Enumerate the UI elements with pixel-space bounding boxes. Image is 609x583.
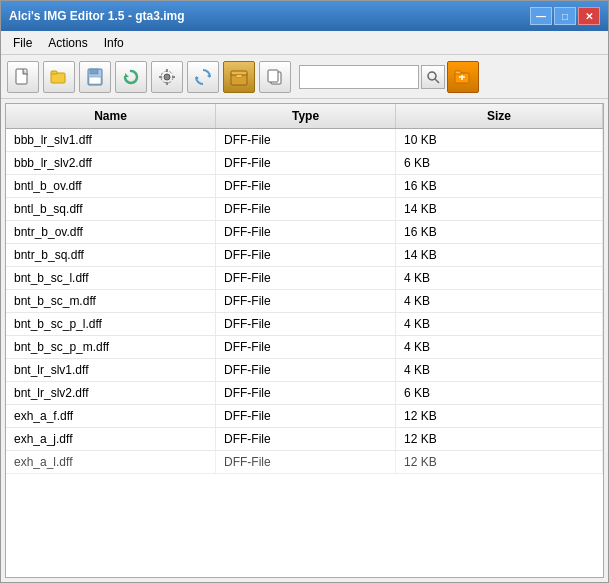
cell-name: exh_a_l.dff bbox=[6, 451, 216, 473]
search-input[interactable] bbox=[299, 65, 419, 89]
header-size: Size bbox=[396, 104, 603, 128]
table-row[interactable]: bnt_b_sc_m.dffDFF-File4 KB bbox=[6, 290, 603, 313]
svg-rect-16 bbox=[231, 71, 247, 75]
cell-type: DFF-File bbox=[216, 451, 396, 473]
table-header: Name Type Size bbox=[6, 104, 603, 129]
svg-rect-12 bbox=[172, 76, 175, 78]
cell-type: DFF-File bbox=[216, 198, 396, 220]
cell-type: DFF-File bbox=[216, 290, 396, 312]
table-row[interactable]: bntl_b_sq.dffDFF-File14 KB bbox=[6, 198, 603, 221]
search-button[interactable] bbox=[421, 65, 445, 89]
new-button[interactable] bbox=[7, 61, 39, 93]
cell-name: exh_a_f.dff bbox=[6, 405, 216, 427]
cell-type: DFF-File bbox=[216, 359, 396, 381]
svg-rect-5 bbox=[89, 77, 101, 84]
cell-type: DFF-File bbox=[216, 428, 396, 450]
svg-point-7 bbox=[164, 74, 170, 80]
cell-size: 6 KB bbox=[396, 382, 603, 404]
cell-name: bbb_lr_slv2.dff bbox=[6, 152, 216, 174]
svg-rect-0 bbox=[16, 69, 27, 84]
table-row[interactable]: bntr_b_ov.dffDFF-File16 KB bbox=[6, 221, 603, 244]
cell-name: bnt_b_sc_p_m.dff bbox=[6, 336, 216, 358]
copy-button[interactable] bbox=[259, 61, 291, 93]
close-button[interactable]: ✕ bbox=[578, 7, 600, 25]
table-row[interactable]: bnt_b_sc_p_m.dffDFF-File4 KB bbox=[6, 336, 603, 359]
cell-name: bnt_lr_slv1.dff bbox=[6, 359, 216, 381]
menu-item-info[interactable]: Info bbox=[96, 33, 132, 53]
cell-name: exh_a_j.dff bbox=[6, 428, 216, 450]
cell-name: bnt_b_sc_m.dff bbox=[6, 290, 216, 312]
title-bar: Alci's IMG Editor 1.5 - gta3.img — □ ✕ bbox=[1, 1, 608, 31]
header-name: Name bbox=[6, 104, 216, 128]
cell-type: DFF-File bbox=[216, 405, 396, 427]
table-row[interactable]: bbb_lr_slv2.dffDFF-File6 KB bbox=[6, 152, 603, 175]
maximize-button[interactable]: □ bbox=[554, 7, 576, 25]
cell-size: 16 KB bbox=[396, 175, 603, 197]
cell-type: DFF-File bbox=[216, 382, 396, 404]
cell-size: 4 KB bbox=[396, 267, 603, 289]
svg-rect-17 bbox=[236, 75, 242, 77]
archive-button[interactable] bbox=[223, 61, 255, 93]
svg-marker-13 bbox=[207, 74, 210, 78]
cell-type: DFF-File bbox=[216, 313, 396, 335]
table-row[interactable]: bntl_b_ov.dffDFF-File16 KB bbox=[6, 175, 603, 198]
cell-size: 14 KB bbox=[396, 198, 603, 220]
menu-item-file[interactable]: File bbox=[5, 33, 40, 53]
import-button[interactable] bbox=[151, 61, 183, 93]
svg-rect-10 bbox=[166, 82, 168, 85]
cell-type: DFF-File bbox=[216, 175, 396, 197]
minimize-button[interactable]: — bbox=[530, 7, 552, 25]
cell-size: 4 KB bbox=[396, 336, 603, 358]
table-row[interactable]: bnt_lr_slv2.dffDFF-File6 KB bbox=[6, 382, 603, 405]
table-body[interactable]: bbb_lr_slv1.dffDFF-File10 KBbbb_lr_slv2.… bbox=[6, 129, 603, 577]
cell-size: 10 KB bbox=[396, 129, 603, 151]
menu-item-actions[interactable]: Actions bbox=[40, 33, 95, 53]
cell-size: 12 KB bbox=[396, 451, 603, 473]
svg-rect-11 bbox=[159, 76, 162, 78]
cell-name: bntr_b_sq.dff bbox=[6, 244, 216, 266]
cell-size: 4 KB bbox=[396, 359, 603, 381]
table-row[interactable]: bntr_b_sq.dffDFF-File14 KB bbox=[6, 244, 603, 267]
cell-size: 14 KB bbox=[396, 244, 603, 266]
table-row[interactable]: bnt_lr_slv1.dffDFF-File4 KB bbox=[6, 359, 603, 382]
svg-rect-9 bbox=[166, 69, 168, 72]
cell-type: DFF-File bbox=[216, 267, 396, 289]
table-row[interactable]: exh_a_f.dffDFF-File12 KB bbox=[6, 405, 603, 428]
cell-type: DFF-File bbox=[216, 129, 396, 151]
svg-rect-2 bbox=[51, 71, 57, 74]
refresh-button[interactable] bbox=[115, 61, 147, 93]
cell-type: DFF-File bbox=[216, 152, 396, 174]
rebuild-button[interactable] bbox=[187, 61, 219, 93]
window-title: Alci's IMG Editor 1.5 - gta3.img bbox=[9, 9, 185, 23]
cell-name: bntl_b_sq.dff bbox=[6, 198, 216, 220]
cell-name: bntl_b_ov.dff bbox=[6, 175, 216, 197]
cell-type: DFF-File bbox=[216, 244, 396, 266]
cell-size: 12 KB bbox=[396, 428, 603, 450]
toolbar bbox=[1, 55, 608, 99]
svg-line-21 bbox=[435, 79, 439, 83]
menu-bar: File Actions Info bbox=[1, 31, 608, 55]
header-type: Type bbox=[216, 104, 396, 128]
svg-rect-19 bbox=[268, 70, 278, 82]
cell-name: bntr_b_ov.dff bbox=[6, 221, 216, 243]
table-row[interactable]: exh_a_j.dffDFF-File12 KB bbox=[6, 428, 603, 451]
svg-marker-6 bbox=[125, 73, 129, 77]
orange-folder-button[interactable] bbox=[447, 61, 479, 93]
table-row[interactable]: bnt_b_sc_l.dffDFF-File4 KB bbox=[6, 267, 603, 290]
cell-size: 4 KB bbox=[396, 313, 603, 335]
cell-size: 4 KB bbox=[396, 290, 603, 312]
cell-type: DFF-File bbox=[216, 221, 396, 243]
table-row[interactable]: bnt_b_sc_p_l.dffDFF-File4 KB bbox=[6, 313, 603, 336]
search-area bbox=[299, 61, 479, 93]
table-row[interactable]: exh_a_l.dffDFF-File12 KB bbox=[6, 451, 603, 474]
svg-rect-4 bbox=[90, 69, 98, 74]
cell-name: bnt_b_sc_p_l.dff bbox=[6, 313, 216, 335]
svg-point-20 bbox=[428, 72, 436, 80]
save-button[interactable] bbox=[79, 61, 111, 93]
table-row[interactable]: bbb_lr_slv1.dffDFF-File10 KB bbox=[6, 129, 603, 152]
cell-type: DFF-File bbox=[216, 336, 396, 358]
cell-size: 12 KB bbox=[396, 405, 603, 427]
open-button[interactable] bbox=[43, 61, 75, 93]
main-window: Alci's IMG Editor 1.5 - gta3.img — □ ✕ F… bbox=[0, 0, 609, 583]
cell-name: bnt_b_sc_l.dff bbox=[6, 267, 216, 289]
